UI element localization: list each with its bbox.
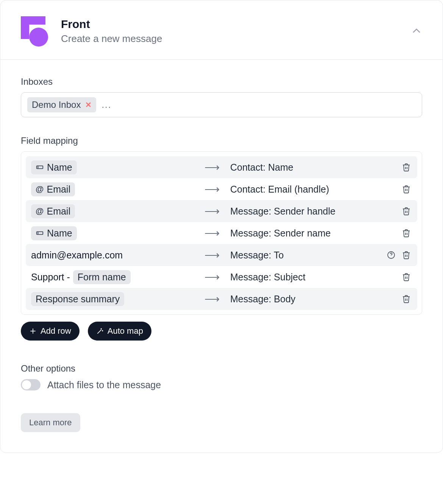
mapping-target[interactable]: Message: Body [230,294,394,305]
target-text: Message: To [230,250,284,261]
arrow-right-icon: ⟶ [201,161,223,174]
row-actions [401,227,412,239]
mapping-row[interactable]: admin@example.com⟶Message: To [26,244,417,266]
arrow-right-icon: ⟶ [201,271,223,283]
target-text: Message: Subject [230,272,306,283]
delete-row-button[interactable] [401,227,412,239]
auto-map-label: Auto map [108,326,143,336]
trash-icon [402,207,411,216]
field-chip[interactable]: @Email [31,182,75,196]
mapping-source[interactable]: @Email [31,204,194,218]
delete-row-button[interactable] [401,162,412,173]
plus-icon [29,327,37,335]
mapping-target[interactable]: Message: Sender handle [230,206,394,217]
mapping-target[interactable]: Contact: Email (handle) [230,184,394,195]
target-text: Contact: Name [230,162,293,173]
attach-files-label: Attach files to the message [47,380,161,390]
chip-label: Name [47,162,72,173]
attach-files-toggle[interactable] [21,379,41,390]
target-text: Message: Sender name [230,228,331,239]
svg-rect-0 [37,166,43,168]
row-actions [401,162,412,173]
delete-row-button[interactable] [401,205,412,217]
at-icon: @ [36,184,44,194]
mapping-target[interactable]: Contact: Name [230,162,394,173]
add-row-label: Add row [41,326,71,336]
header-titles: Front Create a new message [61,18,400,45]
field-icon [36,163,44,171]
row-actions [401,293,412,305]
chip-label: Name [47,228,72,239]
mapping-row[interactable]: Name⟶Message: Sender name [26,222,417,244]
other-options-label: Other options [21,363,422,374]
trash-icon [402,163,411,172]
mapping-row[interactable]: @Email⟶Contact: Email (handle) [26,178,417,200]
mapping-target[interactable]: Message: To [230,250,379,261]
arrow-right-icon: ⟶ [201,183,223,196]
mapping-source[interactable]: Name [31,160,194,174]
inboxes-input[interactable]: Demo Inbox ✕ ... [21,92,422,117]
source-prefix: Support - [31,272,70,283]
auto-map-button[interactable]: Auto map [88,322,151,341]
row-actions [401,184,412,195]
help-icon [387,250,396,260]
inbox-token[interactable]: Demo Inbox ✕ [27,97,96,112]
field-chip[interactable]: Form name [73,270,131,284]
other-options-section: Other options Attach files to the messag… [21,363,422,390]
arrow-right-icon: ⟶ [201,205,223,218]
card-body: Inboxes Demo Inbox ✕ ... Field mapping N… [0,60,443,453]
front-logo-icon [21,16,50,46]
field-mapping-box: Name⟶Contact: Name@Email⟶Contact: Email … [21,151,422,315]
mapping-source[interactable]: Name [31,226,194,240]
svg-line-8 [97,330,101,334]
field-icon [36,229,44,237]
mapping-source[interactable]: Support - Form name [31,270,194,284]
inbox-token-label: Demo Inbox [32,100,81,110]
delete-row-button[interactable] [401,271,412,283]
mapping-target[interactable]: Message: Subject [230,272,394,283]
arrow-right-icon: ⟶ [201,227,223,240]
row-actions [401,271,412,283]
add-row-button[interactable]: Add row [21,322,80,341]
integration-card: Front Create a new message Inboxes Demo … [0,0,443,453]
learn-more-button[interactable]: Learn more [21,413,80,432]
trash-icon [402,294,411,303]
mapping-source[interactable]: @Email [31,182,194,196]
mapping-row[interactable]: Name⟶Contact: Name [26,156,417,178]
app-subtitle: Create a new message [61,33,400,45]
field-chip[interactable]: Name [31,226,77,240]
arrow-right-icon: ⟶ [201,293,223,305]
magic-wand-icon [96,327,104,335]
mapping-target[interactable]: Message: Sender name [230,228,394,239]
target-text: Message: Sender handle [230,206,335,217]
inbox-more-indicator: ... [101,100,111,110]
delete-row-button[interactable] [401,249,412,261]
source-text: admin@example.com [31,250,123,261]
help-button[interactable] [385,249,397,261]
row-actions [385,249,412,261]
chevron-up-icon [411,25,422,37]
mapping-source[interactable]: admin@example.com [31,250,194,261]
field-chip[interactable]: Response summary [31,292,124,306]
delete-row-button[interactable] [401,293,412,305]
row-actions [401,205,412,217]
attach-files-row: Attach files to the message [21,379,422,390]
chip-label: Form name [78,272,126,283]
trash-icon [402,185,411,194]
mapping-source[interactable]: Response summary [31,292,194,306]
inboxes-label: Inboxes [21,76,422,87]
mapping-row[interactable]: @Email⟶Message: Sender handle [26,200,417,222]
arrow-right-icon: ⟶ [201,249,223,261]
trash-icon [402,250,411,260]
field-chip[interactable]: Name [31,160,77,174]
field-chip[interactable]: @Email [31,204,75,218]
at-icon: @ [36,206,44,216]
delete-row-button[interactable] [401,184,412,195]
remove-token-icon[interactable]: ✕ [85,100,92,109]
field-mapping-section: Field mapping Name⟶Contact: Name@Email⟶C… [21,135,422,341]
mapping-row[interactable]: Response summary⟶Message: Body [26,288,417,310]
target-text: Contact: Email (handle) [230,184,329,195]
mapping-row[interactable]: Support - Form name⟶Message: Subject [26,266,417,288]
collapse-toggle[interactable] [411,25,422,37]
chip-label: Email [47,184,70,195]
